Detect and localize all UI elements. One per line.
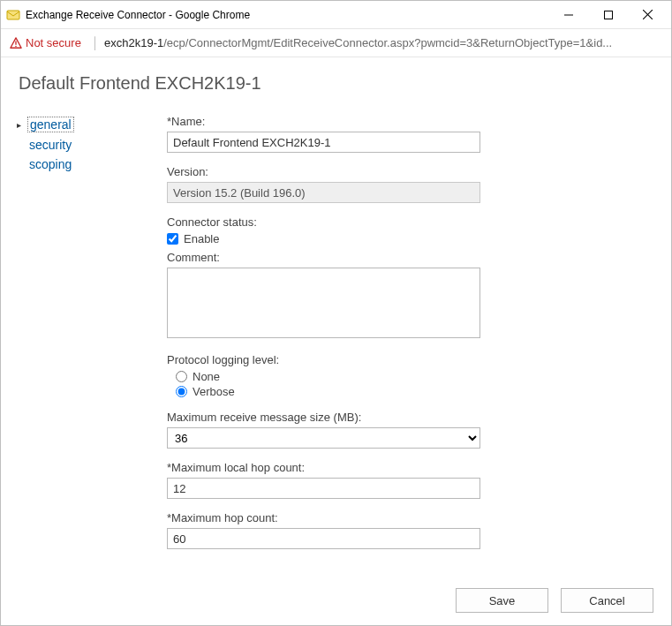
address-separator: │: [92, 36, 99, 49]
max-recv-select[interactable]: 36: [167, 427, 480, 449]
url-host: exch2k19-1: [104, 36, 163, 49]
max-hop-field: *Maximum hop count:: [167, 511, 653, 549]
content-area: Default Frontend EXCH2K19-1 ▸ general ▸ …: [1, 57, 671, 625]
name-input[interactable]: [167, 132, 480, 153]
footer-buttons: Save Cancel: [17, 583, 653, 613]
close-button[interactable]: [628, 2, 668, 28]
nav-item-general[interactable]: general: [27, 117, 74, 132]
max-local-hop-input[interactable]: [167, 478, 480, 499]
enable-checkbox[interactable]: [167, 233, 178, 245]
comment-field: Comment:: [167, 251, 653, 341]
cancel-button[interactable]: Cancel: [561, 588, 653, 613]
warning-icon: [10, 37, 22, 49]
max-recv-field: Maximum receive message size (MB): 36: [167, 411, 653, 449]
version-field: Version:: [167, 165, 653, 203]
title-bar: Exchange Receive Connector - Google Chro…: [1, 1, 671, 29]
nav-arrow-icon: ▸: [17, 120, 26, 130]
max-hop-label: *Maximum hop count:: [167, 511, 653, 524]
minimize-button[interactable]: [548, 2, 588, 28]
nav-item-general-row: ▸ general: [17, 117, 167, 132]
nav-item-scoping-row: ▸ scoping: [17, 157, 167, 171]
comment-input[interactable]: [167, 268, 480, 338]
max-local-hop-label: *Maximum local hop count:: [167, 461, 653, 474]
svg-point-6: [15, 45, 17, 47]
logging-verbose-row: Verbose: [176, 385, 653, 398]
version-input: [167, 182, 480, 203]
logging-none-label: None: [193, 370, 220, 383]
logging-none-radio[interactable]: [176, 371, 187, 382]
not-secure-label: Not secure: [26, 36, 81, 49]
max-recv-label: Maximum receive message size (MB):: [167, 411, 653, 424]
page-title: Default Frontend EXCH2K19-1: [19, 73, 653, 94]
comment-label: Comment:: [167, 251, 653, 264]
url-text[interactable]: exch2k19-1/ecp/ConnectorMgmt/EditReceive…: [104, 36, 662, 49]
form-panel: *Name: Version: Connector status: Enable…: [167, 115, 653, 583]
nav-item-security-row: ▸ security: [17, 138, 167, 152]
enable-row: Enable: [167, 232, 653, 245]
save-button[interactable]: Save: [456, 588, 548, 613]
max-local-hop-field: *Maximum local hop count:: [167, 461, 653, 499]
enable-label: Enable: [184, 232, 219, 245]
logging-verbose-radio[interactable]: [176, 386, 187, 397]
url-path: /ecp/ConnectorMgmt/EditReceiveConnector.…: [163, 36, 612, 49]
logging-label: Protocol logging level:: [167, 353, 653, 366]
logging-none-row: None: [176, 370, 653, 383]
maximize-button[interactable]: [588, 2, 628, 28]
nav-item-security[interactable]: security: [27, 138, 73, 152]
logging-field: Protocol logging level: None Verbose: [167, 353, 653, 398]
side-nav: ▸ general ▸ security ▸ scoping: [17, 115, 167, 583]
logging-verbose-label: Verbose: [193, 385, 235, 398]
nav-item-scoping[interactable]: scoping: [27, 157, 73, 171]
app-icon: [6, 8, 20, 22]
status-label: Connector status:: [167, 215, 653, 229]
not-secure-badge[interactable]: Not secure: [10, 36, 81, 49]
logging-group: None Verbose: [167, 370, 653, 398]
name-field: *Name:: [167, 115, 653, 153]
address-bar: Not secure │ exch2k19-1/ecp/ConnectorMgm…: [1, 29, 671, 57]
svg-rect-0: [7, 11, 19, 19]
body-panel: ▸ general ▸ security ▸ scoping *Name:: [17, 115, 653, 583]
window-title: Exchange Receive Connector - Google Chro…: [26, 9, 548, 21]
max-hop-input[interactable]: [167, 528, 480, 549]
status-field: Connector status: Enable: [167, 215, 653, 245]
version-label: Version:: [167, 165, 653, 178]
window-frame: Exchange Receive Connector - Google Chro…: [0, 0, 672, 626]
svg-rect-2: [604, 11, 612, 19]
name-label: *Name:: [167, 115, 653, 128]
